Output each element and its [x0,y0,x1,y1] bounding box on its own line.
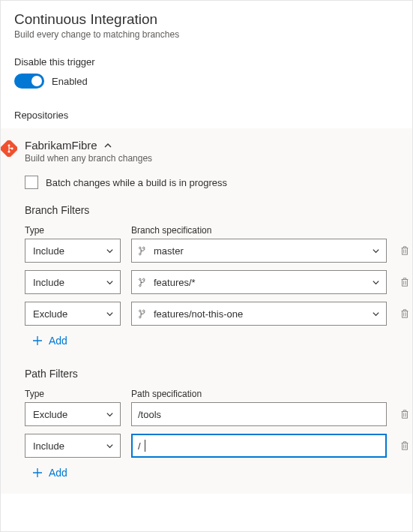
delete-button[interactable] [397,407,412,422]
repo-description: Build when any branch changes [25,153,152,164]
trash-icon [400,440,410,451]
batch-changes-checkbox[interactable] [25,176,38,189]
chevron-down-icon [106,310,114,318]
path-type-dropdown[interactable]: Include [25,434,121,458]
trigger-toggle-state: Enabled [52,76,88,87]
branch-filter-row: Include master [25,239,412,263]
plus-icon [32,335,43,346]
path-filter-row: Exclude /tools [25,402,412,426]
page-subtitle: Build every change to matching branches [14,29,399,40]
page-title: Continuous Integration [14,11,399,28]
disable-trigger-label: Disable this trigger [14,56,399,68]
repositories-label: Repositories [14,110,399,121]
plus-icon [32,467,43,478]
branch-spec-field[interactable]: features/not-this-one [131,302,387,326]
add-branch-filter-button[interactable]: Add [32,335,412,347]
delete-button[interactable] [397,275,412,290]
trash-icon [400,308,410,319]
delete-button[interactable] [397,243,412,258]
path-spec-header: Path specification [131,389,412,399]
branch-type-dropdown[interactable]: Exclude [25,302,121,326]
chevron-down-icon [106,247,114,255]
path-filter-row: Include / [25,434,412,458]
branch-spec-field[interactable]: features/* [131,270,387,294]
chevron-down-icon [106,442,114,450]
branch-type-dropdown[interactable]: Include [25,270,121,294]
branch-icon [138,309,148,319]
chevron-up-icon [103,141,112,150]
chevron-down-icon [106,278,114,287]
trigger-toggle[interactable] [14,74,44,89]
delete-button[interactable] [397,438,412,453]
branch-filter-row: Exclude features/not-this-one [25,302,412,326]
branch-icon [138,278,148,287]
path-spec-field[interactable]: / [131,434,387,458]
branch-icon [138,246,148,256]
path-filters-title: Path Filters [25,368,412,380]
branch-filters-title: Branch Filters [25,204,412,216]
chevron-down-icon [372,310,380,318]
git-icon [1,140,17,157]
trash-icon [400,277,410,287]
batch-changes-label: Batch changes while a build is in progre… [46,177,227,188]
text-cursor [145,440,145,452]
add-path-filter-button[interactable]: Add [32,467,412,479]
path-type-header: Type [25,389,121,399]
branch-filter-row: Include features/* [25,270,412,294]
chevron-down-icon [372,278,380,287]
repo-title: FabrikamFibre [25,139,97,152]
trash-icon [400,245,410,256]
path-type-dropdown[interactable]: Exclude [25,402,121,426]
path-spec-field[interactable]: /tools [131,402,387,426]
branch-spec-header: Branch specification [131,225,412,236]
chevron-down-icon [372,247,380,255]
branch-spec-field[interactable]: master [131,239,387,263]
branch-type-header: Type [25,225,121,236]
delete-button[interactable] [397,306,412,321]
branch-type-dropdown[interactable]: Include [25,239,121,263]
trash-icon [400,409,410,419]
chevron-down-icon [106,410,114,419]
repo-header[interactable]: FabrikamFibre Build when any branch chan… [1,139,412,164]
